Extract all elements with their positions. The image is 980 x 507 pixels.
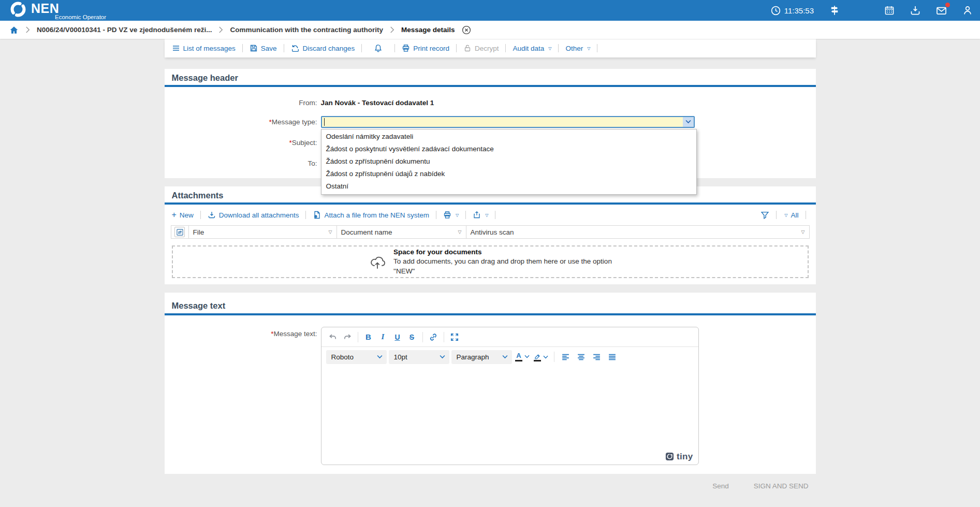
message-header-section: Message header From: Jan Novák - Testova… <box>165 69 816 178</box>
chevron-down-icon <box>440 355 445 359</box>
to-label: To: <box>165 160 321 167</box>
print-attachments-button[interactable]: ▽ <box>441 211 461 219</box>
mail-icon <box>936 5 947 16</box>
section-title-message-header: Message header <box>172 73 809 83</box>
font-size-value: 10pt <box>394 353 407 361</box>
message-type-combobox[interactable] <box>321 116 695 128</box>
filter-all-label: All <box>791 211 798 219</box>
font-family-select[interactable]: Roboto <box>326 350 387 364</box>
documents-dropzone[interactable]: Space for your documents To add document… <box>172 245 809 278</box>
breadcrumb-message-details[interactable]: Message details <box>401 26 455 34</box>
fullscreen-button[interactable] <box>448 330 461 344</box>
dropdown-option[interactable]: Žádost o poskytnutí vysvětlení zadávací … <box>321 143 696 155</box>
home-button[interactable] <box>9 25 19 35</box>
divider <box>444 332 444 342</box>
attachments-table-header: File ▽ Document name ▽ Antivirus scan ▽ <box>171 225 810 239</box>
column-filter-icon[interactable]: ▽ <box>458 229 462 235</box>
text-cursor <box>324 118 325 126</box>
clock-time: 11:35:53 <box>784 6 814 15</box>
export-attachments-button[interactable]: ▽ <box>471 211 490 219</box>
chevron-down-icon <box>524 355 530 358</box>
align-left-button[interactable] <box>559 350 573 364</box>
dropdown-option[interactable]: Žádost o zpřístupnění dokumentu <box>321 155 696 168</box>
column-filter-icon[interactable]: ▽ <box>801 229 805 235</box>
other-button[interactable]: Other ▽ <box>563 45 592 52</box>
clock-icon <box>771 6 781 16</box>
attach-from-nen-button[interactable]: Attach a file from the NEN system <box>311 211 431 219</box>
save-button[interactable]: Save <box>247 44 279 52</box>
audit-data-label: Audit data <box>513 45 544 52</box>
redo-button[interactable] <box>341 330 354 344</box>
chevron-right-icon <box>25 26 30 33</box>
column-filter-icon[interactable]: ▽ <box>329 229 332 235</box>
strikethrough-button[interactable]: S <box>405 330 419 344</box>
dropdown-triangle-icon: ▽ <box>548 46 551 51</box>
breadcrumb-procedure[interactable]: N006/24/V00010341 - PD VZ ve zjednodušen… <box>37 26 212 34</box>
combo-dropdown-button[interactable] <box>683 117 694 127</box>
chevron-down-icon <box>502 355 508 359</box>
notification-badge <box>945 3 950 7</box>
audit-data-button[interactable]: Audit data ▽ <box>510 45 553 52</box>
column-header-document-name[interactable]: Document name ▽ <box>337 226 466 238</box>
discard-changes-button[interactable]: Discard changes <box>289 44 357 53</box>
breadcrumb-communication[interactable]: Communication with the contracting autho… <box>230 26 383 34</box>
filter-all-button[interactable]: ▽ All <box>781 211 800 219</box>
calendar-icon <box>884 5 895 16</box>
messages-button[interactable] <box>936 5 947 16</box>
align-center-button[interactable] <box>575 350 588 364</box>
print-record-button[interactable]: Print record <box>400 44 451 52</box>
editor-content-area[interactable] <box>321 367 698 448</box>
column-header-antivirus-scan[interactable]: Antivirus scan ▽ <box>466 226 809 238</box>
filter-button[interactable] <box>758 211 771 220</box>
align-left-icon <box>561 353 570 361</box>
text-color-button[interactable]: A <box>514 352 531 361</box>
nen-logo[interactable]: NEN Economic Operator <box>9 1 106 21</box>
discard-changes-label: Discard changes <box>303 45 355 52</box>
guidepost-button[interactable] <box>829 5 840 16</box>
notifications-button[interactable] <box>367 44 390 53</box>
dropdown-option[interactable]: Odeslání námitky zadavateli <box>321 131 696 143</box>
discard-icon <box>291 44 300 53</box>
list-of-messages-button[interactable]: List of messages <box>170 44 238 52</box>
fullscreen-icon <box>450 332 459 342</box>
paragraph-format-select[interactable]: Paragraph <box>451 350 512 364</box>
divider <box>776 211 777 219</box>
underline-button[interactable]: U <box>391 330 404 344</box>
guidepost-icon <box>829 5 840 16</box>
sign-and-send-button[interactable]: SIGN AND SEND <box>754 482 809 490</box>
highlight-color-button[interactable] <box>533 353 549 361</box>
attachments-section: Attachments + New Download all attachmen… <box>165 186 816 284</box>
insert-link-button[interactable] <box>427 330 440 344</box>
bold-button[interactable]: B <box>362 330 375 344</box>
italic-button[interactable]: I <box>376 330 390 344</box>
footer-actions: Send SIGN AND SEND <box>165 482 816 490</box>
dropzone-instruction: To add documents, you can drag and drop … <box>393 257 612 266</box>
list-icon <box>172 44 180 52</box>
close-tab-button[interactable] <box>462 25 471 35</box>
downloads-button[interactable] <box>910 5 920 16</box>
new-attachment-button[interactable]: + New <box>170 211 196 219</box>
calendar-button[interactable] <box>884 5 895 16</box>
dropdown-option[interactable]: Ostatní <box>321 180 696 193</box>
logo-subtitle: Economic Operator <box>55 15 106 21</box>
chevron-down-icon <box>377 355 383 359</box>
download-all-attachments-button[interactable]: Download all attachments <box>206 211 301 219</box>
undo-button[interactable] <box>326 330 340 344</box>
column-header-file[interactable]: File ▽ <box>189 226 337 238</box>
file-gear-icon <box>313 211 321 219</box>
dropdown-option[interactable]: Žádost o zpřístupnění údajů z nabídek <box>321 168 696 180</box>
justify-button[interactable] <box>606 350 619 364</box>
dropdown-triangle-icon: ▽ <box>456 213 459 218</box>
column-settings-cell[interactable] <box>171 226 189 238</box>
profile-button[interactable] <box>962 5 973 16</box>
message-type-dropdown: Odeslání námitky zadavateli Žádost o pos… <box>321 129 697 195</box>
strikethrough-icon: S <box>409 333 414 341</box>
font-size-select[interactable]: 10pt <box>389 350 449 364</box>
divider <box>305 211 306 219</box>
send-button[interactable]: Send <box>712 482 729 490</box>
align-right-button[interactable] <box>590 350 604 364</box>
other-label: Other <box>565 45 583 52</box>
save-label: Save <box>261 45 277 52</box>
divider <box>505 44 506 52</box>
dropdown-triangle-icon: ▽ <box>587 46 590 51</box>
